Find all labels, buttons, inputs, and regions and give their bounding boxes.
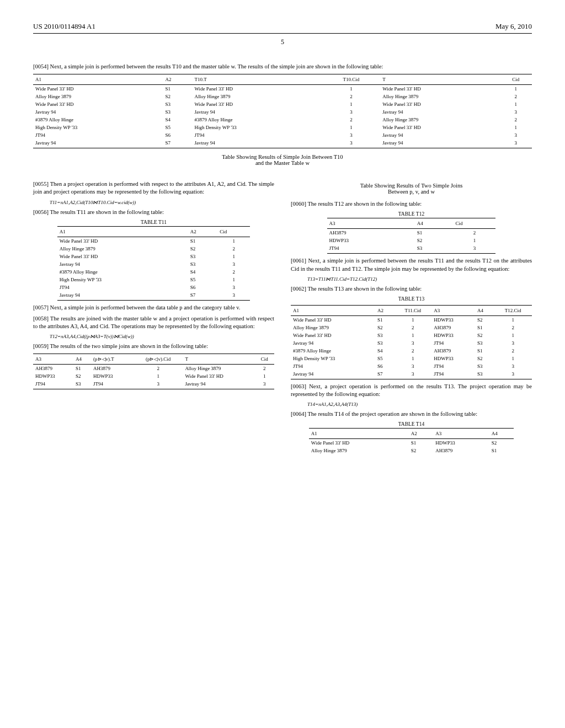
- table-row: High Density WP '33S5High Density WP '33…: [33, 124, 532, 131]
- table-cell: 3: [499, 131, 532, 139]
- table-row: Wide Panel 33' HDS1Wide Panel 33' HD1Wid…: [33, 85, 532, 93]
- table-cell: 1: [394, 355, 431, 362]
- table-cell: 1: [322, 85, 380, 93]
- table-cell: S6: [375, 362, 394, 370]
- page-header: US 2010/0114894 A1 May 6, 2010: [33, 22, 532, 34]
- table-cell: S1: [375, 315, 394, 324]
- table-row: JT94S6JT943Javtray 943: [33, 131, 532, 139]
- table-cell: High Density WP '33: [33, 124, 163, 131]
- equation-t13: T13=T11⋈T11.Cid=T12.Cid(T12): [307, 276, 532, 282]
- table-cell: S4: [375, 347, 394, 355]
- table-row: JT94S3JT943Javtray 943: [33, 380, 274, 389]
- table-t12: A3 A4 Cid AH3879S12HDWP33S21JT94S33: [327, 218, 496, 254]
- table-cell: S3: [163, 100, 192, 108]
- table-cell: 2: [499, 93, 532, 100]
- col-a4: A4: [489, 429, 514, 439]
- publication-date: May 6, 2010: [495, 22, 532, 31]
- table-cell: HDWP33: [327, 237, 415, 244]
- table-cell: Wide Panel 33' HD: [380, 85, 499, 93]
- table-row: Javtray 94S73: [57, 291, 250, 301]
- col-a1: A1: [33, 74, 163, 85]
- table-cell: 1: [453, 237, 495, 244]
- table-cell: AH3879: [431, 324, 475, 331]
- table-cell: 3: [322, 131, 380, 139]
- table-cell: S7: [163, 139, 192, 148]
- table-t13-title: TABLE T13: [291, 296, 532, 302]
- table-t11: A1 A2 Cid Wide Panel 33' HDS11Alloy Hing…: [57, 226, 250, 301]
- table-cell: S1: [415, 229, 454, 237]
- table-cell: JT94: [91, 380, 134, 389]
- table-cell: Javtray 94: [33, 108, 163, 116]
- table-cell: S2: [409, 447, 433, 454]
- equation-t11: T11=πA1,A2,Cid(T10⋈T10.Cid=w.cid(w)): [50, 200, 274, 205]
- caption-line1: Table Showing Results of Simple Join Bet…: [222, 154, 343, 160]
- table-cell: 1: [394, 331, 431, 339]
- table-cell: S3: [188, 260, 217, 268]
- table-cell: Wide Panel 33' HD: [309, 439, 409, 447]
- table-cell: 3: [394, 362, 431, 370]
- table-cell: Wide Panel 33' HD: [57, 253, 188, 260]
- table-cell: 1: [394, 315, 431, 324]
- table-cell: 1: [499, 124, 532, 131]
- table-cell: S2: [163, 93, 192, 100]
- table-cell: AH3879: [431, 347, 475, 355]
- col-t11cid: T11.Cid: [394, 305, 431, 315]
- table-cell: 3: [494, 339, 532, 347]
- table-t11-title: TABLE T11: [33, 220, 274, 225]
- table-row: Alloy Hinge 3879S22AH3879S12: [291, 324, 532, 331]
- paragraph-0063: [0063] Next, a project operation is perf…: [291, 383, 532, 398]
- left-column: [0055] Then a project operation is perfo…: [33, 177, 274, 454]
- table-caption-right: Table Showing Results of Two Simple Join…: [291, 183, 532, 195]
- table-header-row: A3 A4 (p⊳◁v).T (p⊳◁v).Cid T Cid: [33, 354, 274, 365]
- table-cell: 3: [255, 380, 274, 389]
- paragraph-0061: [0061] Next, a simple join is performed …: [291, 257, 532, 272]
- table-cell: Alloy Hinge 3879: [33, 93, 163, 100]
- table-cell: 3: [499, 139, 532, 148]
- table-cell: 2: [394, 347, 431, 355]
- table-row: AH3879S1AH38792Alloy Hinge 38792: [33, 365, 274, 373]
- col-a4: A4: [475, 305, 494, 315]
- table-cell: 1: [134, 372, 183, 380]
- table-cell: AH3879: [91, 365, 134, 373]
- table-cell: S2: [489, 439, 514, 447]
- table-cell: Wide Panel 33' HD: [33, 100, 163, 108]
- table-t14: A1 A2 A3 A4 Wide Panel 33' HDS1HDWP33S2A…: [309, 428, 514, 454]
- table-cell: Javtray 94: [192, 139, 322, 148]
- table-row: JT94S63: [57, 283, 250, 291]
- table-cell: JT94: [291, 362, 375, 370]
- table-cell: 2: [255, 365, 274, 373]
- paragraph-0054: [0054] Next, a simple join is performed …: [33, 63, 532, 71]
- table-t14-title: TABLE T14: [291, 421, 532, 427]
- table-cell: S2: [188, 245, 217, 253]
- table-row: Javtray 94S33: [57, 260, 250, 268]
- table-cell: 1: [255, 372, 274, 380]
- equation-t12: T12=πA3,A4,Cid((p⋈A3=T(v))⋈Cid(w)): [50, 334, 274, 339]
- table-row: High Density WP '33S51HDWP33S21: [291, 355, 532, 362]
- paragraph-0062: [0062] The results T13 are shown in the …: [291, 285, 532, 293]
- publication-number: US 2010/0114894 A1: [33, 22, 95, 31]
- table-t12-title: TABLE T12: [291, 211, 532, 217]
- table-cell: S6: [188, 283, 217, 291]
- table-cell: S1: [475, 324, 494, 331]
- paragraph-0057: [0057] Next, a simple join is performed …: [33, 304, 274, 312]
- table-cell: 2: [217, 245, 250, 253]
- table-cell: #3879 Alloy Hinge: [33, 116, 163, 124]
- equation-t14: T14=πA1,A2,A3,A4(T13): [307, 402, 532, 407]
- table-cell: S6: [163, 131, 192, 139]
- table-header-row: A1 A2 T10.T T10.Cid T Cid: [33, 74, 532, 85]
- table-cell: Javtray 94: [33, 139, 163, 148]
- col-t: T: [380, 74, 499, 85]
- table-cell: #3879 Alloy Hinge: [57, 268, 188, 276]
- table-cell: 1: [494, 331, 532, 339]
- table-row: High Density WP '33S51: [57, 276, 250, 283]
- table-row: #3879 Alloy HingeS4#3879 Alloy Hinge2All…: [33, 116, 532, 124]
- col-a2: A2: [163, 74, 192, 85]
- table-cell: 2: [394, 324, 431, 331]
- table-cell: S4: [188, 268, 217, 276]
- col-t12cid: T12.Cid: [494, 305, 532, 315]
- col-cid: Cid: [217, 226, 250, 237]
- table-cell: S3: [415, 244, 454, 254]
- table-cell: 1: [322, 124, 380, 131]
- table-cell: S3: [475, 362, 494, 370]
- table-cell: 2: [322, 116, 380, 124]
